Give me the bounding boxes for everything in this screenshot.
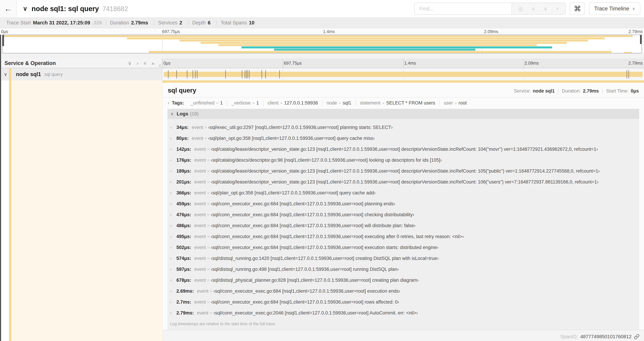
minimap-tick-label: 697.75μs <box>162 29 180 34</box>
collapse-one-icon[interactable]: ∨ <box>128 60 132 66</box>
log-row[interactable]: › 189μs: event = ‹sql/catalog/lease/desc… <box>168 166 639 177</box>
expand-tags-icon[interactable]: › <box>168 101 169 105</box>
tag-key: node <box>327 100 337 106</box>
equals-sign: = <box>207 202 210 206</box>
minimap-canvas[interactable] <box>2 35 642 53</box>
info-value: 6 <box>208 20 210 26</box>
equals-sign: = <box>210 311 212 315</box>
equals-sign: = <box>339 101 341 106</box>
info-label: Duration <box>110 20 129 26</box>
expand-log-icon[interactable]: › <box>170 267 176 272</box>
expand-log-icon[interactable]: › <box>170 158 176 163</box>
expand-all-icon[interactable]: » <box>152 61 154 66</box>
log-event-mark <box>242 70 242 79</box>
find-input[interactable] <box>414 3 512 14</box>
log-row[interactable]: › 176μs: event = ‹sql/catalog/descs/desc… <box>168 155 639 166</box>
log-row[interactable]: › 2.79ms: event = ‹sql/conn_executor_exe… <box>168 307 639 318</box>
clear-search-icon[interactable]: × <box>556 6 559 12</box>
log-row[interactable]: › 2.7ms: event = ‹sql/conn_executor_exec… <box>168 297 639 307</box>
log-row[interactable]: › 34μs: event = ‹sql/exec_util.go:2297 [… <box>168 122 639 133</box>
ruler-tick-label: 2.79ms <box>628 61 642 66</box>
tag-key: _verbose <box>232 100 251 106</box>
expand-log-icon[interactable]: › <box>170 136 176 141</box>
expand-log-icon[interactable]: › <box>170 278 176 283</box>
keyboard-shortcuts-button[interactable]: ⌘ <box>570 3 585 15</box>
back-button[interactable]: ← <box>0 0 16 17</box>
minimap-scrubber-left[interactable] <box>2 35 4 46</box>
log-row[interactable]: › 80μs: event = ‹sql/plan_opt.go:358 [ns… <box>168 133 639 144</box>
expand-log-icon[interactable]: › <box>170 169 176 173</box>
expand-log-icon[interactable]: › <box>170 245 176 250</box>
equals-sign: = <box>207 223 210 228</box>
logs-count: (18) <box>190 111 198 117</box>
expand-log-icon[interactable]: › <box>170 223 176 228</box>
log-row[interactable]: › 495μs: event = ‹sql/conn_executor_exec… <box>168 231 639 242</box>
log-key: event <box>194 212 206 217</box>
trace-info-item: Services 2 <box>154 20 188 26</box>
prev-result-icon[interactable]: ∧ <box>531 6 535 12</box>
minimap-scrubber-right[interactable] <box>640 35 642 44</box>
log-key: event <box>194 256 206 261</box>
log-message: ‹sql/conn_executor_exec.go:684 [nsql1,cl… <box>211 223 416 228</box>
log-event-mark <box>627 70 627 79</box>
equals-sign: = <box>280 101 282 106</box>
expand-one-icon[interactable]: › <box>137 61 138 66</box>
trace-info-item: Duration 2.79ms <box>106 20 154 26</box>
span-service-name: node sql1 <box>16 71 41 78</box>
span-detail-left-column <box>0 80 162 341</box>
minimap-span-bar <box>624 52 632 53</box>
span-color-strip <box>9 68 11 80</box>
log-row[interactable]: › 2.69ms: event = ‹sql/conn_executor_exe… <box>168 286 639 297</box>
expand-log-icon[interactable]: › <box>170 213 176 217</box>
log-row[interactable]: › 502μs: event = ‹sql/conn_executor_exec… <box>168 242 639 253</box>
next-result-icon[interactable]: ∨ <box>544 6 548 12</box>
collapse-all-icon[interactable]: » <box>142 62 148 65</box>
log-row[interactable]: › 142μs: event = ‹sql/catalog/lease/desc… <box>168 144 639 155</box>
trace-view-selector[interactable]: Trace Timeline ∨ <box>589 3 640 15</box>
collapse-logs-icon[interactable]: ∨ <box>170 111 174 116</box>
column-resizer-grip[interactable] <box>159 64 161 67</box>
log-key: event <box>197 310 208 316</box>
log-timestamp: 366μs: <box>176 190 191 196</box>
minimap-span-bar <box>2 35 632 37</box>
log-row[interactable]: › 476μs: event = ‹sql/conn_executor_exec… <box>168 209 639 220</box>
collapse-trace-icon[interactable]: ∨ <box>23 5 27 12</box>
log-row[interactable]: › 366μs: event = ‹sql/plan_opt.go:358 [n… <box>168 187 639 198</box>
expand-log-icon[interactable]: › <box>170 300 176 304</box>
span-detail-header: sql query Service: node sql1 Duration: 2… <box>162 83 644 98</box>
span-duration-bar[interactable] <box>164 72 642 77</box>
tags-row: › Tags: _unfinished = 1 _verbose = <box>162 98 644 108</box>
log-row[interactable]: › 459μs: event = ‹sql/conn_executor_exec… <box>168 198 639 209</box>
log-row[interactable]: › 678μs: event = ‹sql/distsql_physical_p… <box>168 275 639 286</box>
expand-log-icon[interactable]: › <box>170 147 176 152</box>
log-timestamp: 495μs: <box>176 234 191 239</box>
expand-log-icon[interactable]: › <box>170 202 176 206</box>
logs-header[interactable]: ∨ Logs (18) <box>168 109 639 119</box>
expand-log-icon[interactable]: › <box>170 256 176 261</box>
expand-log-icon[interactable]: › <box>170 125 176 130</box>
view-selector-label: Trace Timeline <box>594 6 629 12</box>
expand-log-icon[interactable]: › <box>170 191 176 195</box>
info-value: 2.79ms <box>131 20 148 26</box>
expand-log-icon[interactable]: › <box>170 180 176 184</box>
tags-label[interactable]: Tags: <box>172 100 184 106</box>
log-row[interactable]: › 201μs: event = ‹sql/catalog/lease/desc… <box>168 177 639 187</box>
log-row[interactable]: › 486μs: event = ‹sql/conn_executor_exec… <box>168 220 639 231</box>
minimap-gap <box>0 53 644 59</box>
expand-log-icon[interactable]: › <box>170 311 176 315</box>
log-row[interactable]: › 574μs: event = ‹sql/distsql_running.go… <box>168 253 639 264</box>
span-row-name-cell[interactable]: ∨ node sql1 sql query <box>0 68 162 80</box>
log-event-mark <box>195 70 196 79</box>
equals-sign: = <box>207 278 210 283</box>
log-event-mark <box>187 70 187 79</box>
expand-log-icon[interactable]: › <box>170 234 176 239</box>
expand-log-icon[interactable]: › <box>170 289 176 293</box>
log-row[interactable]: › 597μs: event = ‹sql/distsql_running.go… <box>168 264 639 275</box>
span-operation-name: sql query <box>44 72 63 77</box>
minimap-span-bar <box>218 44 537 46</box>
focus-match-icon[interactable]: ◎ <box>518 6 523 12</box>
deep-link-icon[interactable] <box>634 334 640 339</box>
title-area: ∨ node sql1: sql query 7418682 <box>23 5 128 13</box>
log-key: event <box>192 136 203 141</box>
logs-list: › 34μs: event = ‹sql/exec_util.go:2297 [… <box>168 119 639 319</box>
